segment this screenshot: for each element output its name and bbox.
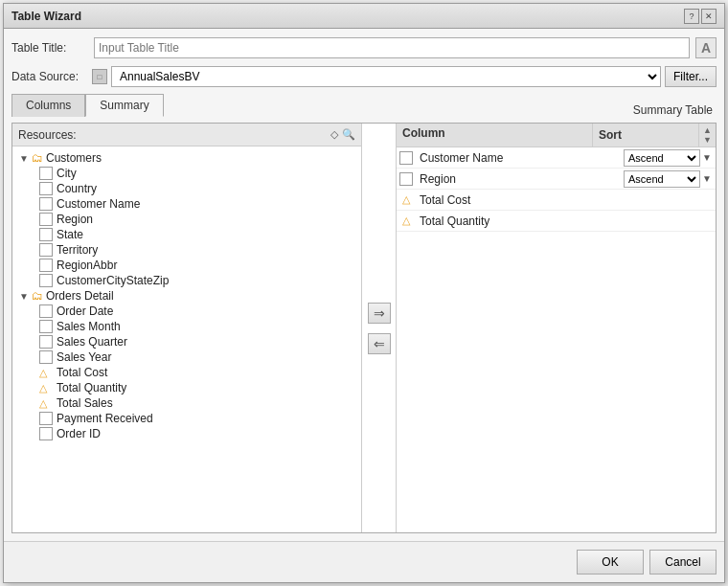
- salesquarter-checkbox[interactable]: [39, 335, 53, 349]
- table-title-input[interactable]: [94, 37, 690, 58]
- right-panel: Column Sort ▲ ▼: [397, 124, 716, 532]
- customername-row-check: [397, 151, 416, 165]
- title-bar: Table Wizard ? ✕: [4, 4, 724, 29]
- totalcost-label: Total Cost: [57, 366, 107, 379]
- data-source-select[interactable]: AnnualSalesBV: [111, 66, 661, 87]
- customername-row-label: Customer Name: [416, 151, 620, 165]
- region-row-check: [397, 172, 416, 186]
- title-bar-controls: ? ✕: [684, 9, 717, 24]
- region-checkbox[interactable]: [39, 213, 53, 226]
- panel-header-icons: ◇ 🔍: [330, 128, 355, 141]
- expand-customers-icon: ▼: [16, 153, 32, 164]
- region-sort-cell: Ascend Descend (none) ▼: [620, 169, 716, 190]
- totalquantity-sum-icon: △: [399, 214, 413, 228]
- paymentreceived-label: Payment Received: [57, 412, 153, 425]
- customername-sort-select[interactable]: Ascend Descend (none): [624, 149, 700, 167]
- list-item[interactable]: Sales Month: [35, 319, 361, 334]
- orderid-label: Order ID: [57, 427, 101, 440]
- customername-checkbox[interactable]: [39, 197, 53, 211]
- list-item[interactable]: Order Date: [35, 304, 361, 319]
- up-icon[interactable]: ◇: [330, 128, 338, 141]
- paymentreceived-checkbox[interactable]: [39, 412, 53, 425]
- customers-children: City Country Customer Name: [12, 166, 361, 288]
- list-item[interactable]: Total Quantity: [35, 380, 361, 395]
- list-item[interactable]: Total Sales: [35, 395, 361, 411]
- list-item[interactable]: Order ID: [35, 426, 361, 441]
- tab-columns[interactable]: Columns: [11, 94, 85, 117]
- add-arrow-button[interactable]: ⇒: [368, 303, 391, 324]
- customername-row-checkbox[interactable]: [399, 151, 413, 165]
- customername-sort-arrow: ▼: [702, 152, 712, 163]
- regionabbr-checkbox[interactable]: [39, 259, 53, 272]
- list-item[interactable]: Payment Received: [35, 411, 361, 426]
- help-button[interactable]: ?: [684, 9, 699, 24]
- list-item[interactable]: Country: [35, 181, 361, 196]
- table-row[interactable]: △ Total Cost: [397, 190, 716, 211]
- datasource-select-wrap: AnnualSalesBV: [111, 66, 661, 87]
- city-checkbox[interactable]: [39, 167, 53, 180]
- table-title-icon[interactable]: A: [695, 37, 717, 58]
- region-row-label: Region: [416, 172, 620, 186]
- totalcost-row-label: Total Cost: [416, 193, 620, 207]
- totalsales-sum-icon: [39, 396, 53, 410]
- country-label: Country: [57, 182, 97, 195]
- list-item[interactable]: Sales Quarter: [35, 334, 361, 349]
- list-item[interactable]: City: [35, 166, 361, 181]
- tree-area[interactable]: ▼ 🗂 Customers City Country: [12, 146, 361, 532]
- list-item[interactable]: State: [35, 227, 361, 242]
- region-sort-select[interactable]: Ascend Descend (none): [624, 170, 700, 188]
- table-row[interactable]: Customer Name Ascend Descend (none) ▼: [397, 147, 716, 169]
- folder-orders-icon: 🗂: [32, 289, 43, 303]
- tree-folder-orders[interactable]: ▼ 🗂 Orders Detail: [12, 288, 361, 304]
- citystatezip-label: CustomerCityStateZip: [57, 274, 169, 287]
- customername-label: Customer Name: [57, 197, 140, 211]
- totalquantity-sum-icon: [39, 381, 53, 394]
- citystatezip-checkbox[interactable]: [39, 274, 53, 287]
- datasource-icon: □: [92, 69, 107, 84]
- salesquarter-label: Sales Quarter: [57, 335, 127, 349]
- list-item[interactable]: Region: [35, 212, 361, 227]
- orderdate-checkbox[interactable]: [39, 304, 53, 318]
- table-wizard-dialog: Table Wizard ? ✕ Table Title: A Data Sou…: [3, 3, 725, 583]
- orderid-checkbox[interactable]: [39, 427, 53, 440]
- totalsales-label: Total Sales: [57, 396, 113, 410]
- salesyear-checkbox[interactable]: [39, 350, 53, 364]
- remove-arrow-button[interactable]: ⇐: [368, 333, 391, 354]
- orders-children: Order Date Sales Month Sales Quarter: [12, 304, 361, 441]
- totalquantity-row-check: △: [397, 214, 416, 228]
- tree-group-orders: ▼ 🗂 Orders Detail Order Date Sales: [12, 288, 361, 441]
- list-item[interactable]: Customer Name: [35, 196, 361, 212]
- list-item[interactable]: Total Cost: [35, 365, 361, 380]
- list-item[interactable]: CustomerCityStateZip: [35, 273, 361, 288]
- list-item[interactable]: RegionAbbr: [35, 258, 361, 273]
- list-item[interactable]: Territory: [35, 242, 361, 258]
- region-label: Region: [57, 213, 93, 226]
- orders-label: Orders Detail: [46, 289, 114, 303]
- cancel-button[interactable]: Cancel: [649, 550, 717, 575]
- list-item[interactable]: Sales Year: [35, 349, 361, 365]
- filter-button[interactable]: Filter...: [665, 66, 717, 87]
- region-row-checkbox[interactable]: [399, 172, 413, 186]
- table-row[interactable]: Region Ascend Descend (none) ▼: [397, 169, 716, 190]
- tree-folder-customers[interactable]: ▼ 🗂 Customers: [12, 150, 361, 166]
- table-row[interactable]: △ Total Quantity: [397, 211, 716, 232]
- close-button[interactable]: ✕: [701, 9, 717, 24]
- tabs: Columns Summary: [11, 94, 164, 117]
- sort-down-icon[interactable]: ▼: [703, 135, 712, 145]
- dialog-title: Table Wizard: [11, 10, 81, 23]
- salesmonth-checkbox[interactable]: [39, 320, 53, 333]
- ok-button[interactable]: OK: [577, 550, 644, 575]
- tab-summary[interactable]: Summary: [85, 94, 163, 117]
- middle-panel: ⇒ ⇐: [362, 124, 397, 532]
- main-area: Resources: ◇ 🔍 ▼ 🗂 Customers: [11, 123, 717, 533]
- country-checkbox[interactable]: [39, 182, 53, 195]
- totalquantity-sort-cell: [620, 219, 716, 223]
- state-checkbox[interactable]: [39, 228, 53, 241]
- orderdate-label: Order Date: [57, 304, 113, 318]
- totalcost-row-check: △: [397, 193, 416, 207]
- search-icon[interactable]: 🔍: [342, 128, 355, 141]
- column-header: Column: [397, 124, 593, 146]
- territory-checkbox[interactable]: [39, 243, 53, 257]
- sort-up-icon[interactable]: ▲: [703, 125, 712, 135]
- right-panel-header: Column Sort: [397, 124, 698, 146]
